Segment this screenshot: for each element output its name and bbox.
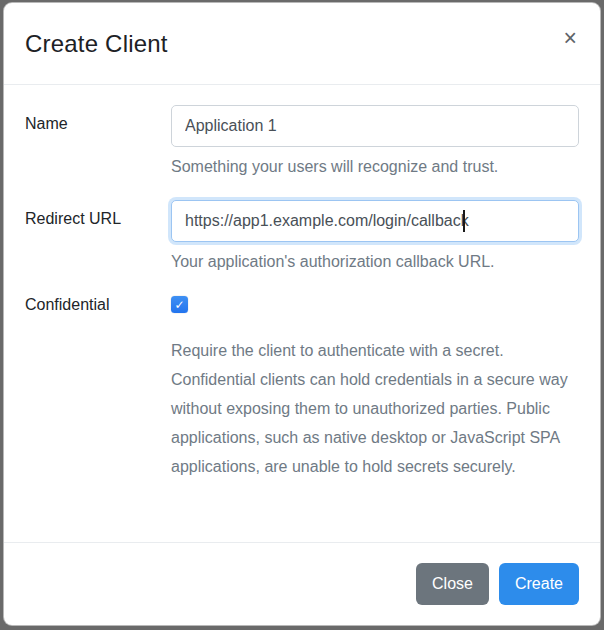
redirect-url-label: Redirect URL — [25, 200, 171, 228]
redirect-url-help-text: Your application's authorization callbac… — [171, 250, 579, 273]
check-icon: ✓ — [174, 298, 184, 310]
modal-header: Create Client × — [4, 3, 600, 85]
name-control-column: Something your users will recognize and … — [171, 105, 579, 178]
confidential-help-text: Require the client to authenticate with … — [171, 337, 579, 481]
confidential-checkbox[interactable]: ✓ — [171, 296, 188, 313]
close-icon[interactable]: × — [562, 27, 579, 50]
text-cursor — [463, 210, 465, 232]
name-label: Name — [25, 105, 171, 133]
redirect-url-form-row: Redirect URL Your application's authoriz… — [25, 200, 579, 273]
redirect-url-control-column: Your application's authorization callbac… — [171, 200, 579, 273]
redirect-url-input[interactable] — [171, 200, 579, 242]
name-help-text: Something your users will recognize and … — [171, 155, 579, 178]
modal-footer: Close Create — [4, 542, 600, 625]
close-button[interactable]: Close — [416, 563, 489, 605]
name-form-row: Name Something your users will recognize… — [25, 105, 579, 178]
create-client-modal: Create Client × Name Something your user… — [3, 2, 601, 626]
modal-body: Name Something your users will recognize… — [4, 85, 600, 542]
confidential-control-column: ✓ Require the client to authenticate wit… — [171, 295, 579, 481]
confidential-label: Confidential — [25, 295, 171, 315]
confidential-form-row: Confidential ✓ Require the client to aut… — [25, 295, 579, 481]
modal-title: Create Client — [25, 30, 168, 58]
name-input[interactable] — [171, 105, 579, 147]
create-button[interactable]: Create — [499, 563, 579, 605]
